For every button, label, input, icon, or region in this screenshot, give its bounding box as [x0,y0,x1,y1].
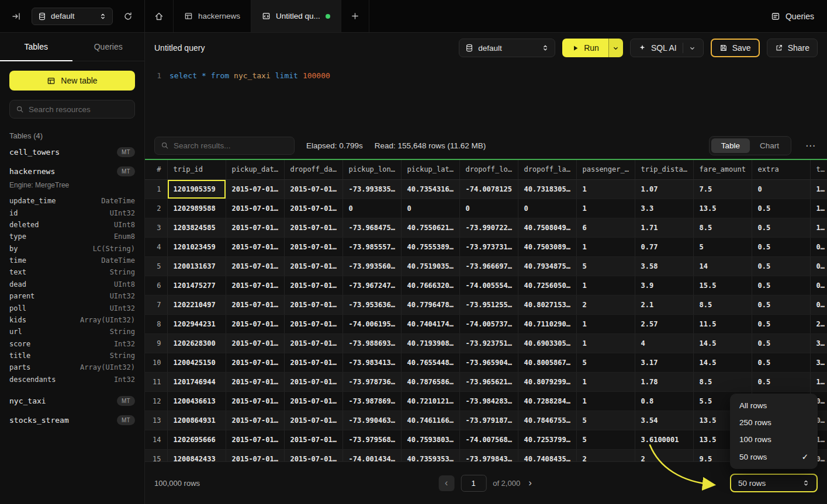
table-cell[interactable]: 1 [576,276,635,295]
table-cell[interactable]: 40.7555389… [401,237,459,256]
table-cell[interactable]: 2015-07-01… [284,199,342,218]
table-cell[interactable]: 2015-07-01… [226,256,284,276]
table-cell[interactable]: -73.967247… [342,276,401,295]
sql-ai-options-button[interactable] [683,43,695,53]
table-cell[interactable]: 6 [576,218,635,237]
table-cell[interactable]: 0.5 [752,276,810,295]
table-cell[interactable]: 3.3 [635,199,693,218]
table-cell[interactable]: 2015-07-01… [284,353,342,372]
table-cell[interactable]: 3.17 [635,353,693,372]
table-cell[interactable]: 8.5 [693,218,752,237]
new-table-button[interactable]: New table [9,71,135,91]
table-cell[interactable]: 0 [401,199,459,218]
table-cell[interactable]: 1200842433 [167,449,226,461]
table-cell[interactable]: 2015-07-01… [284,179,342,199]
table-cell[interactable]: 40.8027153… [518,295,576,314]
table-cell[interactable]: 40.7508049… [518,218,576,237]
run-options-button[interactable] [608,39,623,57]
table-cell[interactable]: -73.983413… [342,353,401,372]
table-cell[interactable]: 1 [576,179,635,199]
table-cell[interactable]: 40.7519035… [401,256,459,276]
view-toggle-table[interactable]: Table [711,138,750,153]
table-cell[interactable]: 1200436613 [167,391,226,411]
table-cell[interactable]: 2.57 [635,314,693,333]
table-cell[interactable]: -73.923751… [459,333,518,353]
table-cell[interactable]: 2015-07-01… [284,237,342,256]
sidebar-item-hackernews[interactable]: hackernews MT [0,162,144,181]
table-cell[interactable]: -73.988693… [342,333,401,353]
table-cell[interactable]: 1 [576,333,635,353]
new-tab-button[interactable] [341,0,369,32]
table-cell[interactable]: 2015-07-01… [284,411,342,430]
table-cell[interactable]: 40.7359353… [401,449,459,461]
table-cell[interactable]: 1 [576,391,635,411]
table-cell[interactable]: 0 [518,199,576,218]
table-cell[interactable]: 2015-07-01… [226,314,284,333]
table-cell[interactable]: 40.7666320… [401,276,459,295]
sidebar-item-stocks-stream[interactable]: stocks_stream MT [0,411,144,430]
table-cell[interactable]: 1202210497 [167,295,226,314]
table-cell[interactable]: 2015-07-01… [226,411,284,430]
table-cell[interactable]: -73.965904… [459,353,518,372]
table-cell[interactable]: 2015-07-01… [226,372,284,391]
tab-untitled-query[interactable]: Untitled qu... [251,0,341,32]
table-cell[interactable]: 0.77 [635,237,693,256]
table-cell[interactable]: 13.5 [693,199,752,218]
table-cell[interactable]: 2015-07-01… [284,333,342,353]
table-cell[interactable]: 2015-07-01… [226,276,284,295]
table-cell[interactable]: 1200131637 [167,256,226,276]
share-button[interactable]: Share [767,39,818,57]
results-search-input[interactable] [174,141,288,150]
table-cell[interactable]: 40.7550621… [401,218,459,237]
table-cell[interactable]: 3… [810,333,827,353]
table-cell[interactable]: 0.5 [752,199,810,218]
prev-page-button[interactable]: ‹ [438,475,454,491]
table-cell[interactable]: -74.005737… [459,314,518,333]
table-cell[interactable]: 5 [576,411,635,430]
table-cell[interactable]: 0.5 [752,218,810,237]
column-header[interactable]: trip_id [167,160,226,179]
column-header[interactable]: dropoff_da… [284,160,342,179]
table-cell[interactable]: 0.8 [635,391,693,411]
table-cell[interactable]: 5 [576,256,635,276]
table-cell[interactable]: 40.7354316… [401,179,459,199]
table-cell[interactable]: 2015-07-01… [284,391,342,411]
sidebar-item-nyc-taxi[interactable]: nyc_taxi MT [0,391,144,411]
table-cell[interactable]: -74.0078125 [459,179,518,199]
table-cell[interactable]: -73.984283… [459,391,518,411]
table-cell[interactable]: 40.7288284… [518,391,576,411]
table-cell[interactable]: 0… [810,276,827,295]
page-number-input[interactable] [461,475,486,492]
table-cell[interactable]: 4 [635,333,693,353]
column-header[interactable]: pickup_dat… [226,160,284,179]
table-cell[interactable]: 40.7110290… [518,314,576,333]
table-cell[interactable]: 40.7934875… [518,256,576,276]
table-cell[interactable]: 1 [576,314,635,333]
table-cell[interactable]: 1 [576,199,635,218]
table-cell[interactable]: 0.5 [752,333,810,353]
view-toggle-chart[interactable]: Chart [750,138,789,153]
sidebar-item-cell-towers[interactable]: cell_towers MT [0,142,144,162]
table-cell[interactable]: 2 [576,449,635,461]
table-cell[interactable]: 1 [576,237,635,256]
table-cell[interactable]: 2 [576,295,635,314]
table-cell[interactable]: 7.5 [693,179,752,199]
column-header[interactable]: dropoff_la… [518,160,576,179]
table-cell[interactable]: 2015-07-01… [226,237,284,256]
table-cell[interactable]: -73.993560… [342,256,401,276]
tab-hackernews[interactable]: hackernews [174,0,251,32]
rows-per-page-select[interactable]: 50 rows [730,474,818,492]
table-cell[interactable]: -73.953636… [342,295,401,314]
table-cell[interactable]: 40.7655448… [401,353,459,372]
resource-search-input[interactable] [29,105,129,114]
table-cell[interactable]: 1… [810,372,827,391]
table-cell[interactable]: 3.54 [635,411,693,430]
column-header[interactable]: trip_dista… [635,160,693,179]
table-cell[interactable]: 15.5 [693,276,752,295]
table-cell[interactable]: -73.993835… [342,179,401,199]
table-cell[interactable]: 3.6100001 [635,430,693,449]
table-cell[interactable]: 2 [635,449,693,461]
column-header[interactable]: dropoff_lo… [459,160,518,179]
table-cell[interactable]: 2015-07-01… [226,199,284,218]
table-cell[interactable]: 1.78 [635,372,693,391]
